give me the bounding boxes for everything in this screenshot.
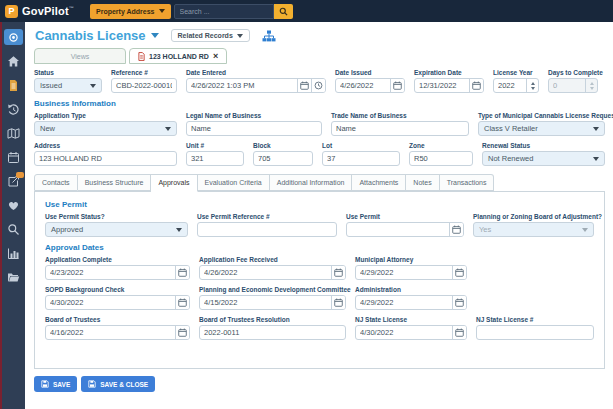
module-title-dropdown[interactable]: Cannabis License [35,28,159,43]
application-complete-input[interactable] [46,266,175,279]
page-header: Cannabis License Related Records [25,22,613,45]
administration-input[interactable] [356,296,452,309]
field-label: SOPD Background Check [45,286,190,293]
sidebar-item-document[interactable] [2,74,25,96]
calendar-picker-button[interactable] [331,296,345,309]
block-input[interactable] [254,152,312,165]
chevron-down-icon [159,9,165,13]
status-select[interactable]: Issued [34,78,102,93]
approval-dates-row-2: SOPD Background Check Planning and Econo… [45,286,594,310]
application-fee-received-input[interactable] [200,266,331,279]
calendar-picker-button[interactable] [175,266,189,279]
sopd-background-check-input[interactable] [46,296,175,309]
date-entered-input[interactable] [187,79,297,92]
save-button[interactable]: SAVE [34,376,77,392]
tab-transactions[interactable]: Transactions [440,174,495,191]
field-label: Planning or Zoning Board of Adjustment? [473,213,594,220]
business-row-1: Application Type New Legal Name of Busin… [34,112,605,136]
sidebar-item-calendar[interactable] [2,146,25,168]
unit-input[interactable] [187,152,243,165]
save-and-close-button[interactable]: SAVE & CLOSE [81,376,155,392]
field-reference: Reference # [111,69,177,93]
close-icon[interactable]: × [213,52,218,61]
select-value: Class V Retailer [484,124,538,133]
calendar-picker-button[interactable] [175,326,189,339]
field-label: NJ State License # [476,316,594,323]
field-application-complete: Application Complete [45,256,190,280]
tab-views[interactable]: Views [34,48,126,64]
municipal-attorney-input[interactable] [356,266,452,279]
select-value: Not Renewed [488,154,533,163]
field-label: Status [34,69,102,76]
heart-icon [7,199,20,212]
calendar-picker-button[interactable] [390,79,404,92]
planning-committee-input[interactable] [200,296,331,309]
sidebar-item-reports[interactable] [2,242,25,264]
tab-contacts[interactable]: Contacts [34,174,78,191]
calendar-icon [393,81,402,90]
hierarchy-view-button[interactable] [262,30,276,42]
field-label: Renewal Status [482,142,605,149]
tab-additional-information[interactable]: Additional Information [270,174,353,191]
search-input[interactable] [174,4,274,19]
calendar-picker-button[interactable] [175,296,189,309]
select-value: Approved [51,225,83,234]
tab-business-structure[interactable]: Business Structure [78,174,152,191]
record-form: Status Issued Reference # Date Entered [25,64,613,369]
sidebar-item-location[interactable] [2,26,25,48]
search-scope-dropdown[interactable]: Property Address [90,4,170,19]
nj-state-license-input[interactable] [356,326,452,339]
calendar-picker-button[interactable] [331,266,345,279]
field-address: Address [34,142,177,166]
step-up-icon [531,82,535,85]
sidebar-item-history[interactable] [2,98,25,120]
renewal-status-select[interactable]: Not Renewed [482,151,605,166]
date-issued-input[interactable] [336,79,390,92]
address-input[interactable] [35,152,176,165]
tab-evaluation-criteria[interactable]: Evaluation Criteria [198,174,270,191]
related-records-button[interactable]: Related Records [171,29,250,42]
field-status: Status Issued [34,69,102,93]
calendar-picker-button[interactable] [452,326,466,339]
license-year-input[interactable] [494,79,526,92]
calendar-picker-button[interactable] [469,79,483,92]
search-button[interactable] [274,4,293,19]
location-target-icon [7,31,20,44]
field-nj-state-license-number: NJ State License # [476,316,594,340]
tab-record-123-holland-rd[interactable]: 123 HOLLAND RD × [129,48,227,64]
calendar-picker-button[interactable] [452,296,466,309]
field-trade-name: Trade Name of Business [331,112,469,136]
calendar-picker-button[interactable] [452,266,466,279]
calendar-picker-button[interactable] [449,223,463,236]
field-renewal-status: Renewal Status Not Renewed [482,142,605,166]
use-permit-status-select[interactable]: Approved [45,222,188,237]
sidebar-item-folders[interactable] [2,266,25,288]
reference-input[interactable] [112,79,176,92]
nj-state-license-number-input[interactable] [477,326,593,339]
sidebar-item-favorites[interactable] [2,194,25,216]
sidebar-item-map[interactable] [2,122,25,144]
zone-input[interactable] [410,152,472,165]
expiration-date-input[interactable] [415,79,469,92]
use-permit-reference-input[interactable] [198,223,336,236]
sidebar-item-share[interactable] [2,170,25,192]
history-icon [7,103,20,116]
calendar-picker-button[interactable] [297,79,311,92]
tab-approvals[interactable]: Approvals [151,174,197,192]
application-type-select[interactable]: New [34,121,177,136]
select-value: New [40,124,55,133]
board-resolution-input[interactable] [200,326,345,339]
sidebar-item-home[interactable] [2,50,25,72]
legal-name-input[interactable] [187,122,321,135]
trade-name-input[interactable] [332,122,468,135]
record-summary-row: Status Issued Reference # Date Entered [34,69,605,93]
tab-attachments[interactable]: Attachments [352,174,406,191]
use-permit-input[interactable] [347,223,449,236]
number-stepper[interactable] [526,79,538,92]
time-picker-button[interactable] [311,79,325,92]
lot-input[interactable] [323,152,399,165]
board-of-trustees-input[interactable] [46,326,175,339]
license-type-select[interactable]: Class V Retailer [478,121,605,136]
sidebar-item-search[interactable] [2,218,25,240]
tab-notes[interactable]: Notes [406,174,439,191]
